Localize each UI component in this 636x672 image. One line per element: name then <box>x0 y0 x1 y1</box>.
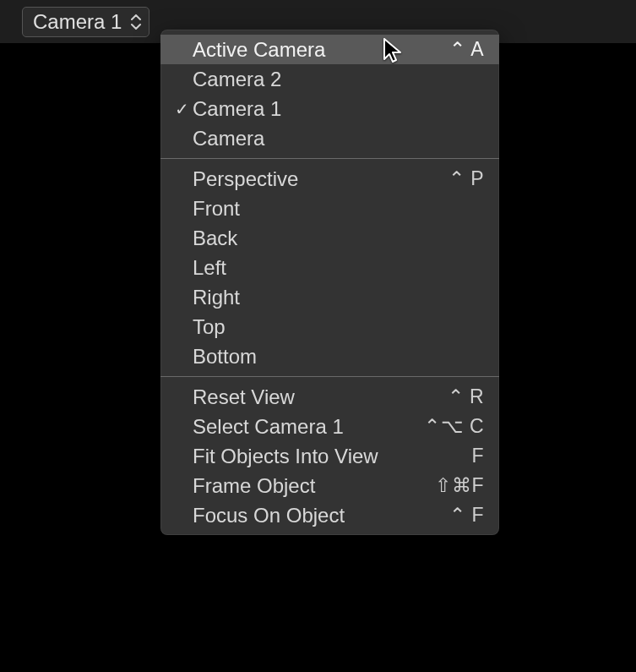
menu-item-shortcut: ⌃ F <box>449 504 484 527</box>
menu-item-back[interactable]: Back <box>160 223 499 253</box>
menu-item-label: Camera 2 <box>193 68 484 91</box>
menu-item-label: Top <box>193 315 484 339</box>
chevrons-up-down-icon <box>130 14 142 30</box>
menu-item-label: Camera 1 <box>193 97 484 121</box>
menu-item-perspective[interactable]: Perspective ⌃ P <box>160 164 499 194</box>
menu-item-label: Perspective <box>193 167 448 191</box>
menu-item-label: Front <box>193 197 484 221</box>
camera-dropdown-trigger[interactable]: Camera 1 <box>22 7 149 37</box>
menu-item-label: Reset View <box>193 385 448 409</box>
menu-item-active-camera[interactable]: Active Camera ⌃ A <box>160 35 499 64</box>
camera-view-menu: Active Camera ⌃ A Camera 2 ✓ Camera 1 Ca… <box>160 30 499 535</box>
menu-item-fit-objects-into-view[interactable]: Fit Objects Into View F <box>160 441 499 471</box>
menu-item-label: Right <box>193 286 484 309</box>
menu-item-shortcut: ⌃ P <box>448 167 484 190</box>
menu-item-shortcut: ⇧⌘F <box>435 474 484 497</box>
menu-item-label: Select Camera 1 <box>193 415 424 439</box>
menu-item-label: Fit Objects Into View <box>193 445 471 468</box>
menu-item-label: Back <box>193 227 484 250</box>
menu-item-camera[interactable]: Camera <box>160 123 499 153</box>
check-icon: ✓ <box>171 99 193 119</box>
menu-item-select-camera-1[interactable]: Select Camera 1 ⌃⌥ C <box>160 412 499 441</box>
menu-item-shortcut: ⌃ R <box>448 385 485 408</box>
camera-dropdown-label: Camera 1 <box>33 10 122 34</box>
menu-separator <box>160 158 499 159</box>
menu-item-bottom[interactable]: Bottom <box>160 341 499 371</box>
menu-item-frame-object[interactable]: Frame Object ⇧⌘F <box>160 471 499 500</box>
menu-item-front[interactable]: Front <box>160 194 499 223</box>
menu-separator <box>160 376 499 377</box>
menu-item-reset-view[interactable]: Reset View ⌃ R <box>160 382 499 412</box>
menu-item-camera-1[interactable]: ✓ Camera 1 <box>160 94 499 123</box>
menu-item-camera-2[interactable]: Camera 2 <box>160 64 499 94</box>
menu-item-right[interactable]: Right <box>160 282 499 312</box>
menu-item-label: Camera <box>193 127 484 150</box>
menu-item-shortcut: ⌃⌥ C <box>424 415 484 438</box>
menu-item-shortcut: F <box>471 445 484 467</box>
menu-item-label: Active Camera <box>193 38 449 62</box>
menu-item-label: Left <box>193 256 484 280</box>
menu-item-top[interactable]: Top <box>160 312 499 341</box>
menu-item-focus-on-object[interactable]: Focus On Object ⌃ F <box>160 500 499 530</box>
menu-item-left[interactable]: Left <box>160 253 499 282</box>
menu-item-label: Focus On Object <box>193 504 449 527</box>
menu-item-shortcut: ⌃ A <box>449 38 484 61</box>
menu-item-label: Frame Object <box>193 474 435 498</box>
menu-item-label: Bottom <box>193 345 484 369</box>
